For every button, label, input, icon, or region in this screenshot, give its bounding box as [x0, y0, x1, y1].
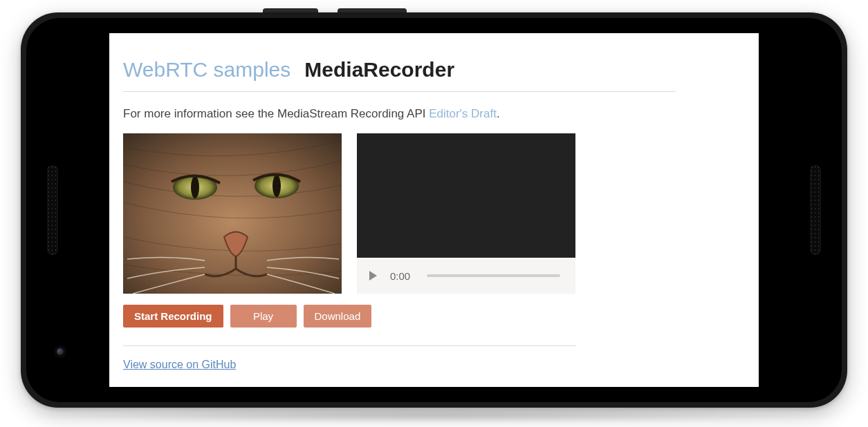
page-header: WebRTC samples MediaRecorder [123, 58, 676, 92]
video-controls: 0:00 [357, 258, 575, 294]
action-buttons: Start Recording Play Download [123, 305, 576, 346]
phone-device-frame: WebRTC samples MediaRecorder For more in… [21, 12, 847, 408]
editors-draft-link[interactable]: Editor's Draft [429, 107, 497, 120]
view-source-link[interactable]: View source on GitHub [123, 359, 236, 371]
page-title: MediaRecorder [304, 58, 454, 82]
svg-point-2 [191, 176, 199, 198]
front-camera [57, 348, 64, 355]
info-paragraph: For more information see the MediaStream… [123, 107, 676, 121]
speaker-grille-left [47, 165, 58, 255]
video-playback-area[interactable] [357, 133, 575, 258]
start-recording-button[interactable]: Start Recording [123, 305, 223, 328]
phone-top-buttons [263, 8, 407, 14]
recorded-video-player: 0:00 [357, 133, 575, 294]
page-content: WebRTC samples MediaRecorder For more in… [109, 33, 759, 371]
header-site-link[interactable]: WebRTC samples [123, 58, 290, 82]
phone-screen: WebRTC samples MediaRecorder For more in… [109, 33, 759, 387]
svg-point-4 [273, 175, 281, 197]
info-text-suffix: . [497, 107, 500, 120]
media-row: 0:00 [123, 133, 676, 294]
download-button[interactable]: Download [304, 305, 372, 328]
phone-volume-button [338, 8, 407, 14]
play-button[interactable]: Play [230, 305, 297, 328]
seek-bar[interactable] [427, 274, 560, 277]
svg-rect-0 [123, 133, 342, 294]
info-text-prefix: For more information see the MediaStream… [123, 107, 429, 120]
speaker-grille-right [810, 165, 821, 255]
playback-time: 0:00 [390, 270, 410, 282]
device-shadow [21, 408, 847, 423]
phone-power-button [263, 8, 318, 14]
play-icon[interactable] [367, 269, 379, 282]
phone-bezel: WebRTC samples MediaRecorder For more in… [26, 18, 842, 402]
live-video-preview[interactable] [123, 133, 342, 294]
